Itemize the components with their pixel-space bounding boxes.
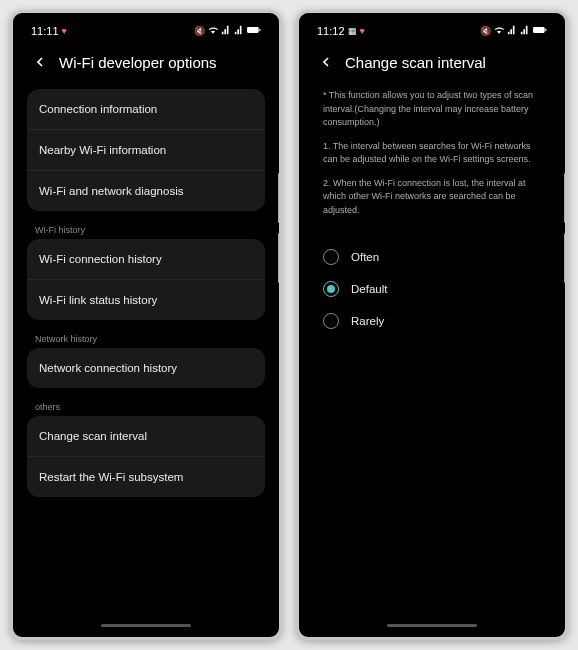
svg-rect-2 <box>533 27 545 33</box>
home-indicator[interactable] <box>101 624 191 627</box>
section-label-wifi-history: Wi-Fi history <box>27 219 265 239</box>
battery-icon <box>533 25 547 37</box>
status-time: 11:12 <box>317 25 345 37</box>
wifi-icon <box>494 25 504 37</box>
item-wifi-link-status-history[interactable]: Wi-Fi link status history <box>27 280 265 320</box>
svg-rect-3 <box>545 29 546 31</box>
signal-icon-2 <box>234 25 244 37</box>
radio-dot-icon <box>327 285 335 293</box>
side-button <box>278 233 281 283</box>
side-button <box>278 173 281 223</box>
radio-label: Default <box>351 283 387 295</box>
item-connection-information[interactable]: Connection information <box>27 89 265 130</box>
phone-left: 11:11 ♥ 🔇 <box>10 10 282 640</box>
item-change-scan-interval[interactable]: Change scan interval <box>27 416 265 457</box>
signal-icon-2 <box>520 25 530 37</box>
radio-group-scan-interval: Often Default Rarely <box>313 237 551 341</box>
content-scroll[interactable]: * This function allows you to adjust two… <box>303 89 561 624</box>
radio-icon <box>323 313 339 329</box>
radio-option-rarely[interactable]: Rarely <box>323 305 541 337</box>
info-paragraph: 1. The interval between searches for Wi-… <box>323 140 541 167</box>
item-restart-wifi-subsystem[interactable]: Restart the Wi-Fi subsystem <box>27 457 265 497</box>
status-bar: 11:12 ▦ ♥ 🔇 <box>303 17 561 41</box>
item-nearby-wifi-information[interactable]: Nearby Wi-Fi information <box>27 130 265 171</box>
battery-icon <box>247 25 261 37</box>
list-group: Network connection history <box>27 348 265 388</box>
heart-icon: ♥ <box>360 26 365 36</box>
item-network-connection-history[interactable]: Network connection history <box>27 348 265 388</box>
radio-icon <box>323 249 339 265</box>
item-wifi-connection-history[interactable]: Wi-Fi connection history <box>27 239 265 280</box>
radio-icon-selected <box>323 281 339 297</box>
radio-label: Rarely <box>351 315 384 327</box>
heart-icon: ♥ <box>62 26 67 36</box>
radio-option-often[interactable]: Often <box>323 241 541 273</box>
page-header: Change scan interval <box>303 41 561 89</box>
status-time: 11:11 <box>31 25 59 37</box>
wifi-icon <box>208 25 218 37</box>
phone-right: 11:12 ▦ ♥ 🔇 <box>296 10 568 640</box>
signal-icon <box>507 25 517 37</box>
sound-icon: 🔇 <box>480 26 491 36</box>
list-group: Connection information Nearby Wi-Fi info… <box>27 89 265 211</box>
page-header: Wi-Fi developer options <box>17 41 275 89</box>
info-text: * This function allows you to adjust two… <box>313 89 551 237</box>
page-title: Change scan interval <box>345 54 486 71</box>
section-label-others: others <box>27 396 265 416</box>
side-button <box>564 233 567 283</box>
status-icons: 🔇 <box>480 25 547 37</box>
gallery-icon: ▦ <box>348 26 357 36</box>
status-icons: 🔇 <box>194 25 261 37</box>
sound-icon: 🔇 <box>194 26 205 36</box>
list-group: Change scan interval Restart the Wi-Fi s… <box>27 416 265 497</box>
item-wifi-network-diagnosis[interactable]: Wi-Fi and network diagnosis <box>27 171 265 211</box>
svg-rect-0 <box>247 27 259 33</box>
back-button[interactable] <box>317 53 335 71</box>
side-button <box>564 173 567 223</box>
section-label-network-history: Network history <box>27 328 265 348</box>
signal-icon <box>221 25 231 37</box>
info-paragraph: 2. When the Wi-Fi connection is lost, th… <box>323 177 541 218</box>
list-group: Wi-Fi connection history Wi-Fi link stat… <box>27 239 265 320</box>
page-title: Wi-Fi developer options <box>59 54 217 71</box>
back-button[interactable] <box>31 53 49 71</box>
status-bar: 11:11 ♥ 🔇 <box>17 17 275 41</box>
radio-option-default[interactable]: Default <box>323 273 541 305</box>
svg-rect-1 <box>259 29 260 31</box>
info-paragraph: * This function allows you to adjust two… <box>323 89 541 130</box>
home-indicator[interactable] <box>387 624 477 627</box>
radio-label: Often <box>351 251 379 263</box>
content-scroll[interactable]: Connection information Nearby Wi-Fi info… <box>17 89 275 624</box>
